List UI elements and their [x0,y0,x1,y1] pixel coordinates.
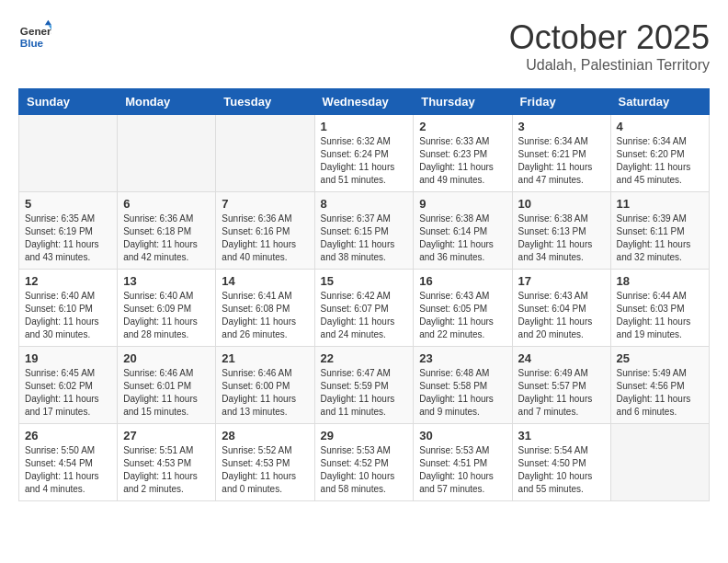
day-number: 22 [321,351,408,365]
day-number: 26 [25,429,111,442]
calendar-cell: 28Sunrise: 5:52 AM Sunset: 4:53 PM Dayli… [216,424,314,501]
cell-info: Sunrise: 6:36 AM Sunset: 6:18 PM Dayligh… [123,213,210,264]
column-header-monday: Monday [118,89,216,115]
calendar-week-5: 26Sunrise: 5:50 AM Sunset: 4:54 PM Dayli… [19,424,710,501]
calendar-cell: 18Sunrise: 6:44 AM Sunset: 6:03 PM Dayli… [610,270,709,347]
column-header-friday: Friday [512,89,610,115]
calendar-week-1: 1Sunrise: 6:32 AM Sunset: 6:24 PM Daylig… [19,115,710,192]
calendar-cell: 13Sunrise: 6:40 AM Sunset: 6:09 PM Dayli… [118,270,216,347]
calendar-cell: 6Sunrise: 6:36 AM Sunset: 6:18 PM Daylig… [118,192,216,270]
calendar-cell: 9Sunrise: 6:38 AM Sunset: 6:14 PM Daylig… [414,192,512,270]
cell-info: Sunrise: 6:43 AM Sunset: 6:04 PM Dayligh… [518,290,605,341]
calendar-cell: 21Sunrise: 6:46 AM Sunset: 6:00 PM Dayli… [216,347,314,424]
calendar-cell: 20Sunrise: 6:46 AM Sunset: 6:01 PM Dayli… [118,347,216,424]
column-header-tuesday: Tuesday [216,89,314,115]
cell-info: Sunrise: 6:34 AM Sunset: 6:21 PM Dayligh… [518,135,605,187]
day-number: 31 [518,429,605,442]
cell-info: Sunrise: 6:46 AM Sunset: 6:00 PM Dayligh… [222,367,308,419]
calendar-cell: 17Sunrise: 6:43 AM Sunset: 6:04 PM Dayli… [512,270,610,347]
day-number: 17 [518,274,605,288]
calendar-cell [19,115,118,192]
column-header-thursday: Thursday [414,89,512,115]
calendar-cell: 5Sunrise: 6:35 AM Sunset: 6:19 PM Daylig… [19,192,118,270]
day-number: 25 [617,351,703,365]
day-number: 19 [25,351,111,365]
day-number: 23 [419,351,506,365]
calendar-cell: 3Sunrise: 6:34 AM Sunset: 6:21 PM Daylig… [512,115,610,192]
cell-info: Sunrise: 6:33 AM Sunset: 6:23 PM Dayligh… [419,135,506,187]
calendar-cell: 4Sunrise: 6:34 AM Sunset: 6:20 PM Daylig… [610,115,709,192]
svg-text:General: General [20,25,51,37]
cell-info: Sunrise: 5:49 AM Sunset: 4:56 PM Dayligh… [617,367,703,419]
day-number: 2 [419,120,506,133]
cell-info: Sunrise: 6:49 AM Sunset: 5:57 PM Dayligh… [518,367,605,419]
day-number: 18 [617,274,703,288]
column-header-wednesday: Wednesday [314,89,414,115]
day-number: 16 [419,274,506,288]
cell-info: Sunrise: 6:44 AM Sunset: 6:03 PM Dayligh… [617,290,703,341]
calendar-cell: 24Sunrise: 6:49 AM Sunset: 5:57 PM Dayli… [512,347,610,424]
calendar-cell: 25Sunrise: 5:49 AM Sunset: 4:56 PM Dayli… [610,347,709,424]
svg-text:Blue: Blue [20,37,44,49]
day-number: 10 [518,197,605,211]
cell-info: Sunrise: 6:41 AM Sunset: 6:08 PM Dayligh… [222,290,308,341]
calendar-cell: 30Sunrise: 5:53 AM Sunset: 4:51 PM Dayli… [414,424,512,501]
calendar-cell [216,115,314,192]
day-number: 1 [321,120,408,133]
calendar-cell: 7Sunrise: 6:36 AM Sunset: 6:16 PM Daylig… [216,192,314,270]
calendar-week-3: 12Sunrise: 6:40 AM Sunset: 6:10 PM Dayli… [19,270,710,347]
day-number: 24 [518,351,605,365]
cell-info: Sunrise: 5:52 AM Sunset: 4:53 PM Dayligh… [222,444,308,496]
day-number: 6 [123,197,210,211]
calendar-table: SundayMondayTuesdayWednesdayThursdayFrid… [18,88,710,501]
calendar-week-2: 5Sunrise: 6:35 AM Sunset: 6:19 PM Daylig… [19,192,710,270]
subtitle: Udalah, Palestinian Territory [509,57,710,74]
calendar-cell [118,115,216,192]
cell-info: Sunrise: 6:46 AM Sunset: 6:01 PM Dayligh… [123,367,210,419]
day-number: 29 [321,429,408,442]
calendar-cell: 23Sunrise: 6:48 AM Sunset: 5:58 PM Dayli… [414,347,512,424]
calendar-cell: 10Sunrise: 6:38 AM Sunset: 6:13 PM Dayli… [512,192,610,270]
cell-info: Sunrise: 6:43 AM Sunset: 6:05 PM Dayligh… [419,290,506,341]
day-number: 8 [321,197,408,211]
cell-info: Sunrise: 6:40 AM Sunset: 6:09 PM Dayligh… [123,290,210,341]
logo: General Blue [18,18,51,52]
day-number: 14 [222,274,308,288]
cell-info: Sunrise: 6:48 AM Sunset: 5:58 PM Dayligh… [419,367,506,419]
calendar-cell: 22Sunrise: 6:47 AM Sunset: 5:59 PM Dayli… [314,347,414,424]
calendar-cell: 8Sunrise: 6:37 AM Sunset: 6:15 PM Daylig… [314,192,414,270]
cell-info: Sunrise: 6:47 AM Sunset: 5:59 PM Dayligh… [321,367,408,419]
calendar-cell: 27Sunrise: 5:51 AM Sunset: 4:53 PM Dayli… [118,424,216,501]
svg-marker-2 [45,20,51,25]
column-header-sunday: Sunday [19,89,118,115]
calendar-cell: 19Sunrise: 6:45 AM Sunset: 6:02 PM Dayli… [19,347,118,424]
cell-info: Sunrise: 6:37 AM Sunset: 6:15 PM Dayligh… [321,213,408,264]
day-number: 5 [25,197,111,211]
cell-info: Sunrise: 6:45 AM Sunset: 6:02 PM Dayligh… [25,367,111,419]
calendar-cell: 11Sunrise: 6:39 AM Sunset: 6:11 PM Dayli… [610,192,709,270]
day-number: 28 [222,429,308,442]
cell-info: Sunrise: 6:34 AM Sunset: 6:20 PM Dayligh… [617,135,703,187]
logo-icon: General Blue [18,18,51,52]
day-number: 27 [123,429,210,442]
day-number: 9 [419,197,506,211]
calendar-cell: 1Sunrise: 6:32 AM Sunset: 6:24 PM Daylig… [314,115,414,192]
day-number: 15 [321,274,408,288]
cell-info: Sunrise: 5:53 AM Sunset: 4:52 PM Dayligh… [321,444,408,496]
calendar-cell: 16Sunrise: 6:43 AM Sunset: 6:05 PM Dayli… [414,270,512,347]
day-number: 12 [25,274,111,288]
day-number: 13 [123,274,210,288]
cell-info: Sunrise: 6:32 AM Sunset: 6:24 PM Dayligh… [321,135,408,187]
cell-info: Sunrise: 5:53 AM Sunset: 4:51 PM Dayligh… [419,444,506,496]
cell-info: Sunrise: 6:40 AM Sunset: 6:10 PM Dayligh… [25,290,111,341]
calendar-cell: 31Sunrise: 5:54 AM Sunset: 4:50 PM Dayli… [512,424,610,501]
cell-info: Sunrise: 6:35 AM Sunset: 6:19 PM Dayligh… [25,213,111,264]
calendar-week-4: 19Sunrise: 6:45 AM Sunset: 6:02 PM Dayli… [19,347,710,424]
calendar-cell: 29Sunrise: 5:53 AM Sunset: 4:52 PM Dayli… [314,424,414,501]
column-header-saturday: Saturday [610,89,709,115]
calendar-header-row: SundayMondayTuesdayWednesdayThursdayFrid… [19,89,710,115]
cell-info: Sunrise: 5:51 AM Sunset: 4:53 PM Dayligh… [123,444,210,496]
calendar-cell: 14Sunrise: 6:41 AM Sunset: 6:08 PM Dayli… [216,270,314,347]
calendar-cell: 15Sunrise: 6:42 AM Sunset: 6:07 PM Dayli… [314,270,414,347]
page-header: General Blue October 2025 Udalah, Palest… [18,18,710,74]
